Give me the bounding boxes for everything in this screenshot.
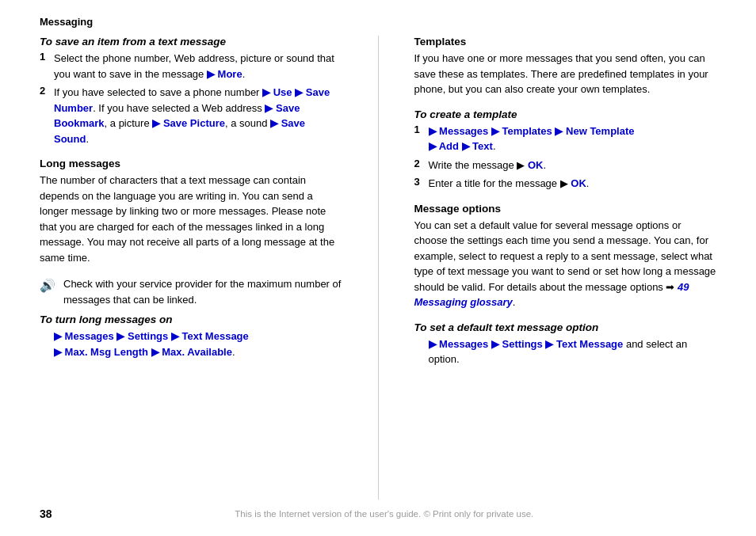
section-save-item-title: To save an item from a text message <box>40 36 342 48</box>
section-message-options: Message options You can set a default va… <box>414 203 717 310</box>
turn-long-link2: ▶ Max. Msg Length ▶ Max. Available <box>54 346 232 358</box>
page-footer: 38 This is the Internet version of the u… <box>40 503 716 520</box>
section-message-options-body: You can set a default value for several … <box>414 218 717 310</box>
section-set-default: To set a default text message option ▶ M… <box>414 321 717 367</box>
step-1-text: Select the phone number, Web address, pi… <box>54 51 342 82</box>
section-turn-long-on-title: To turn long messages on <box>40 314 342 325</box>
section-long-messages-title: Long messages <box>40 158 342 169</box>
step-2-text: If you have selected to save a phone num… <box>54 85 342 146</box>
message-options-link: 49 Messaging glossary <box>414 281 689 309</box>
create-template-step3: 3 Enter a title for the message ▶ OK. <box>414 176 717 192</box>
page: Messaging To save an item from a text me… <box>0 0 756 536</box>
section-save-item: To save an item from a text message 1 Se… <box>40 36 342 146</box>
set-default-link: ▶ Messages ▶ Settings ▶ Text Message <box>429 338 624 350</box>
section-long-messages: Long messages The number of characters t… <box>40 158 342 265</box>
step-2-num: 2 <box>40 85 54 97</box>
create-template-link1: ▶ Messages ▶ Templates ▶ New Template <box>429 125 635 137</box>
create-template-step3-num: 3 <box>414 176 429 188</box>
page-number: 38 <box>40 507 52 520</box>
note-row: 🔊 Check with your service provider for t… <box>40 276 342 307</box>
step-1-num: 1 <box>40 51 54 63</box>
note-text: Check with your service provider for the… <box>63 276 342 307</box>
step-2-link-picture: ▶ Save Picture <box>152 117 225 129</box>
create-template-step1-num: 1 <box>414 124 429 135</box>
section-templates-body: If you have one or more messages that yo… <box>414 51 717 97</box>
turn-long-on-line2: ▶ Max. Msg Length ▶ Max. Available. <box>54 344 342 360</box>
create-template-step3-text: Enter a title for the message ▶ OK. <box>429 176 717 192</box>
create-template-step1: 1 ▶ Messages ▶ Templates ▶ New Template … <box>414 124 717 154</box>
section-templates: Templates If you have one or more messag… <box>414 36 717 97</box>
create-template-link-ok1: OK <box>528 159 544 171</box>
create-template-step2-text: Write the message ▶ OK. <box>429 158 717 173</box>
set-default-body: ▶ Messages ▶ Settings ▶ Text Message and… <box>429 336 717 367</box>
section-message-options-title: Message options <box>414 203 717 215</box>
section-long-messages-body: The number of characters that a text mes… <box>40 173 342 265</box>
set-default-steps: ▶ Messages ▶ Settings ▶ Text Message and… <box>414 336 717 367</box>
section-create-template: To create a template 1 ▶ Messages ▶ Temp… <box>414 108 717 192</box>
turn-long-on-steps: ▶ Messages ▶ Settings ▶ Text Message ▶ M… <box>40 329 342 359</box>
turn-long-on-line1: ▶ Messages ▶ Settings ▶ Text Message <box>54 329 342 344</box>
step-1: 1 Select the phone number, Web address, … <box>40 51 342 82</box>
note-icon: 🔊 <box>40 276 57 293</box>
section-turn-long-on: To turn long messages on ▶ Messages ▶ Se… <box>40 314 342 359</box>
create-template-step2: 2 Write the message ▶ OK. <box>414 158 717 173</box>
content-area: To save an item from a text message 1 Se… <box>40 36 716 500</box>
right-column: Templates If you have one or more messag… <box>407 36 717 500</box>
step-1-link-more: ▶ More <box>207 68 242 80</box>
turn-long-link1: ▶ Messages ▶ Settings ▶ Text Message <box>54 330 249 342</box>
create-template-link2: ▶ Add ▶ Text <box>429 140 493 152</box>
step-2: 2 If you have selected to save a phone n… <box>40 85 342 146</box>
footer-notice: This is the Internet version of the user… <box>52 509 716 519</box>
create-template-step1-text: ▶ Messages ▶ Templates ▶ New Template ▶ … <box>429 124 717 154</box>
header-title: Messaging <box>40 16 93 28</box>
create-template-link-ok2: OK <box>571 177 586 189</box>
section-create-template-title: To create a template <box>414 108 717 120</box>
section-set-default-title: To set a default text message option <box>414 321 717 333</box>
create-template-step2-num: 2 <box>414 158 429 169</box>
section-templates-title: Templates <box>414 36 717 48</box>
left-column: To save an item from a text message 1 Se… <box>40 36 350 500</box>
column-divider <box>378 36 379 500</box>
page-header: Messaging <box>40 16 716 28</box>
